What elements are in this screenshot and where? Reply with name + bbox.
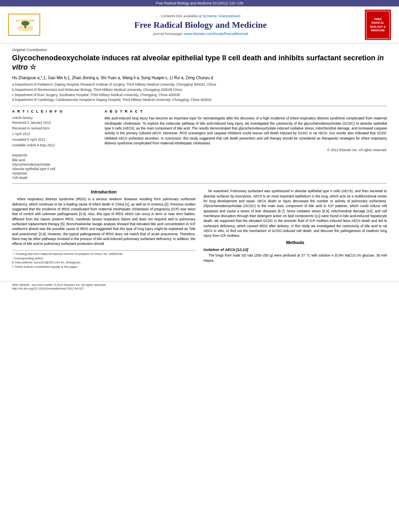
keyword-1: Bile acid (12, 158, 97, 162)
elsevier-svg: ELSEVIER (11, 16, 39, 32)
keyword-2: Glycochenodeoxycholate (12, 162, 97, 166)
methods-heading: Methods (204, 240, 387, 245)
abstract-title: A B S T R A C T (105, 109, 387, 113)
header-section: ELSEVIER Contents lists available at Sci… (0, 6, 399, 43)
affiliation-b: b Department of Biochemistry and Molecul… (12, 88, 387, 92)
info-abstract-columns: A R T I C L E I N F O Article history: R… (12, 109, 387, 180)
elsevier-wordmark: ELSEVIER (11, 16, 37, 33)
footnote-star: ☆ Funding was from National Natural Scie… (12, 252, 195, 257)
issn-text: 0891-5849/$ - see front matter © 2012 El… (12, 283, 387, 287)
article-info-col: A R T I C L E I N F O Article history: R… (12, 109, 97, 180)
affiliation-d: d Department of Cardiology, Cardiovascul… (12, 98, 387, 103)
footnote-equal: 1 These authors contributed equally to t… (12, 265, 195, 269)
article-info-title: A R T I C L E I N F O (12, 109, 97, 113)
isolation-text: The lungs from male SD rats (200–250 g) … (204, 253, 387, 263)
intro-heading: Introduction (12, 189, 195, 194)
sciverse-link[interactable]: SciVerse ScienceDirect (203, 14, 241, 18)
intro-right-text: be examined. Pulmonary surfactant was sy… (204, 189, 387, 238)
body-columns: Introduction Infant respiratory distress… (12, 189, 387, 269)
keyword-5: Cell death (12, 176, 97, 180)
isolation-heading: Isolation of AECII [12,13] (204, 247, 387, 252)
doi-text: http://dx.doi.org/10.1016/j.freeradbiome… (12, 287, 387, 290)
article-title: Glycochenodeoxycholate induces rat alveo… (12, 53, 387, 72)
abstract-col: A B S T R A C T Bile acid-induced lung i… (105, 109, 387, 180)
main-content: Original Contribution Glycochenodeoxycho… (0, 43, 399, 277)
accepted-date: Accepted 9 April 2012 (12, 138, 97, 142)
elsevier-logo: ELSEVIER (8, 14, 40, 36)
revised-label: Received in revised form (12, 126, 97, 130)
journal-logo-box: FREERADICALBIOLOGY &MEDICINE (365, 10, 391, 40)
abstract-text: Bile acid-induced lung injury has become… (105, 116, 387, 146)
available-date: Available online 6 May 2012 (12, 143, 97, 147)
top-bar: Free Radical Biology and Medicine 53 (20… (0, 0, 399, 6)
revised-date: 1 April 2012 (12, 132, 97, 136)
keyword-4: Apoptosis (12, 171, 97, 175)
journal-logo-inner: FREERADICALBIOLOGY &MEDICINE (366, 11, 390, 39)
divider-1 (12, 106, 387, 106)
divider-2 (12, 183, 387, 184)
intro-right-para: be examined. Pulmonary surfactant was sy… (204, 189, 387, 238)
page: Free Radical Biology and Medicine 53 (20… (0, 0, 399, 532)
homepage-link[interactable]: www.elsevier.com/locate/freeradbiomed (184, 32, 248, 36)
keyword-3: Alveolar epithelial type II cell (12, 167, 97, 171)
affiliation-c: c Department of Burn Surgery, Southwest … (12, 93, 387, 98)
body-right-col: be examined. Pulmonary surfactant was sy… (204, 189, 387, 269)
footnote-section: ☆ Funding was from National Natural Scie… (12, 250, 195, 269)
svg-point-4 (21, 21, 29, 26)
header-center: Contents lists available at SciVerse Sci… (40, 14, 361, 36)
authors: Hu Zhangxue a,*,1, Gao Min b,1, Zhao Jin… (12, 76, 387, 80)
section-label: Original Contribution (12, 47, 387, 52)
body-left-col: Introduction Infant respiratory distress… (12, 189, 195, 269)
journal-title: Free Radical Biology and Medicine (40, 20, 361, 30)
sciverse-text: Contents lists available at SciVerse Sci… (40, 14, 361, 18)
intro-left-text: Infant respiratory distress syndrome (IR… (12, 197, 195, 246)
footnote-email: E-mail address: huzu101@163.com (H. Zhan… (12, 261, 195, 265)
journal-citation: Free Radical Biology and Medicine 53 (20… (156, 1, 243, 5)
bottom-bar: 0891-5849/$ - see front matter © 2012 El… (0, 281, 399, 292)
copyright: © 2012 Elsevier Inc. All rights reserved… (105, 148, 387, 152)
keywords-title: Keywords: (12, 153, 97, 157)
isolation-para: The lungs from male SD rats (200–250 g) … (204, 253, 387, 263)
received-date: Received 5 January 2012 (12, 121, 97, 125)
journal-homepage: journal homepage: www.elsevier.com/locat… (40, 32, 361, 36)
affiliation-a: a Department of Pediatrics, Daping Hospi… (12, 82, 387, 87)
affiliations: a Department of Pediatrics, Daping Hospi… (12, 82, 387, 103)
intro-left-para: Infant respiratory distress syndrome (IR… (12, 197, 195, 246)
footnote-corresponding: * Corresponding author. (12, 257, 195, 261)
history-label: Article history: (12, 116, 97, 120)
